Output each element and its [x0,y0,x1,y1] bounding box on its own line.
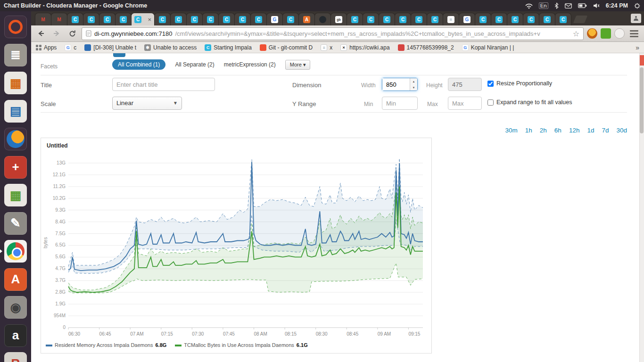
launcher-item-libreoffice-calc[interactable]: ▦ [4,184,27,206]
facet-metricexpression-2-[interactable]: metricExpression (2) [224,61,276,68]
facet-all-separate-2-[interactable]: All Separate (2) [175,61,214,68]
launcher-item-libreoffice-impress[interactable]: ▦ [4,72,27,94]
tab[interactable]: C [99,13,116,25]
launcher-item-disks[interactable]: ◉ [4,296,27,319]
tab[interactable]: C [282,13,299,25]
bookmark-unable-to-access[interactable]: ✱Unable to access [144,44,197,51]
tab[interactable]: G [266,13,283,25]
extension-icon-3[interactable] [614,28,625,39]
number-spinner[interactable]: ▲▼ [410,78,417,90]
bookmark-c[interactable]: Gc [65,44,76,51]
yrange-max-input[interactable] [448,97,482,110]
bookmark-https-cwiki-apa[interactable]: ×https://cwiki.apa [340,44,389,51]
tab[interactable]: G [459,13,475,25]
tab[interactable]: M [35,13,51,25]
time-range-12h[interactable]: 12h [569,127,580,134]
volume-icon[interactable] [593,3,600,8]
scrollbar-thumb[interactable] [640,67,644,133]
launcher-item-amazon[interactable]: a [4,324,27,347]
mail-icon[interactable] [565,3,572,8]
bookmark--di-308-unable-t[interactable]: [DI-308] Unable t [84,44,136,51]
launcher-item-libreoffice-writer[interactable]: ▤ [4,100,27,123]
spinner-down-icon[interactable]: ▼ [410,84,417,90]
tab[interactable]: C [363,13,379,25]
tab[interactable]: C [250,13,267,25]
launcher-item-files[interactable]: ≣ [4,44,27,66]
tab[interactable]: C [115,13,132,25]
tab[interactable]: C [395,13,411,25]
tab[interactable]: C [427,13,443,25]
tab[interactable]: C [83,13,99,25]
facet-all-combined-1-[interactable]: All Combined (1) [112,59,165,70]
battery-icon[interactable] [578,3,587,8]
yrange-min-input[interactable] [382,97,418,110]
tab[interactable]: C [539,13,555,25]
chart-title-input[interactable] [112,78,215,91]
launcher-item-firefox[interactable] [4,128,27,150]
bluetooth-icon[interactable] [554,2,559,9]
reload-button[interactable] [66,27,78,40]
tab[interactable]: C [475,13,491,25]
bookmarks-overflow-chevron[interactable]: » [636,44,639,51]
time-range-30m[interactable]: 30m [505,127,518,134]
tab-close-icon[interactable]: × [148,16,151,23]
tab[interactable]: C [170,13,187,25]
extension-icon-2[interactable] [601,28,611,39]
time-range-6h[interactable]: 6h [554,127,561,134]
tab[interactable]: M [51,13,67,25]
launcher-item-tools[interactable]: + [4,156,27,179]
scale-select[interactable]: Linear ▼ [112,97,182,110]
tab[interactable]: C [234,13,251,25]
bookmark-git-git-commit-d[interactable]: Git - git-commit D [260,44,313,51]
address-bar[interactable]: di-cm.gwynniebee.com:7180/cmf/views/sear… [82,27,584,40]
launcher-item-media-app[interactable]: R [4,352,27,362]
tab[interactable]: ≡ [443,13,459,25]
tab[interactable] [314,13,331,25]
bookmark-x[interactable]: ≡x [321,44,332,51]
back-button[interactable] [35,27,47,40]
bookmark-star-icon[interactable]: ☆ [573,29,579,38]
bookmark-apps[interactable]: Apps [36,44,57,51]
launcher-item-chrome[interactable] [4,240,27,263]
tab[interactable]: C [154,13,171,25]
network-icon[interactable] [525,3,533,9]
launcher-item-dash-home[interactable] [4,16,27,38]
tab[interactable]: C [491,13,507,25]
spinner-up-icon[interactable]: ▲ [410,78,417,84]
extension-icon-1[interactable] [587,28,597,39]
time-range-1d[interactable]: 1d [587,127,594,134]
launcher-item-software-center[interactable]: A [4,268,27,291]
bookmark-1457768539998-2[interactable]: 1457768539998_2 [398,44,454,51]
new-tab-button[interactable] [573,16,587,23]
tab[interactable]: C [523,13,539,25]
tab-active[interactable]: C× [131,13,155,25]
tab[interactable]: C [186,13,203,25]
clock[interactable]: 6:24 PM [606,2,628,9]
launcher-item-text-editor[interactable]: ✎ [4,212,27,235]
menu-button[interactable] [628,28,640,39]
forward-button[interactable] [50,27,63,40]
time-range-2h[interactable]: 2h [540,127,547,134]
tab[interactable]: A [298,13,315,25]
tab[interactable]: gb [330,13,347,25]
time-range-1h[interactable]: 1h [525,127,532,134]
resize-proportionally-checkbox[interactable] [487,81,494,87]
bookmark-starting-impala[interactable]: CStarting Impala [205,44,252,51]
time-range-7d[interactable]: 7d [602,127,609,134]
tab[interactable]: C [218,13,235,25]
tab[interactable]: C [555,13,571,25]
language-indicator[interactable]: En [539,2,548,9]
tab[interactable]: C [507,13,523,25]
expand-range-checkbox[interactable] [487,99,494,106]
tab[interactable]: C [202,13,219,25]
bookmark-kopal-niranjan-[interactable]: GKopal Niranjan | | [462,44,514,51]
width-input[interactable] [382,78,407,90]
tab[interactable]: C [67,13,83,25]
profile-button[interactable] [631,14,641,23]
session-icon[interactable] [634,3,640,9]
time-range-30d[interactable]: 30d [616,127,627,134]
tab[interactable]: C [379,13,395,25]
tab[interactable]: C [411,13,427,25]
facets-more-button[interactable]: More ▾ [285,60,311,70]
tab[interactable]: C [347,13,363,25]
